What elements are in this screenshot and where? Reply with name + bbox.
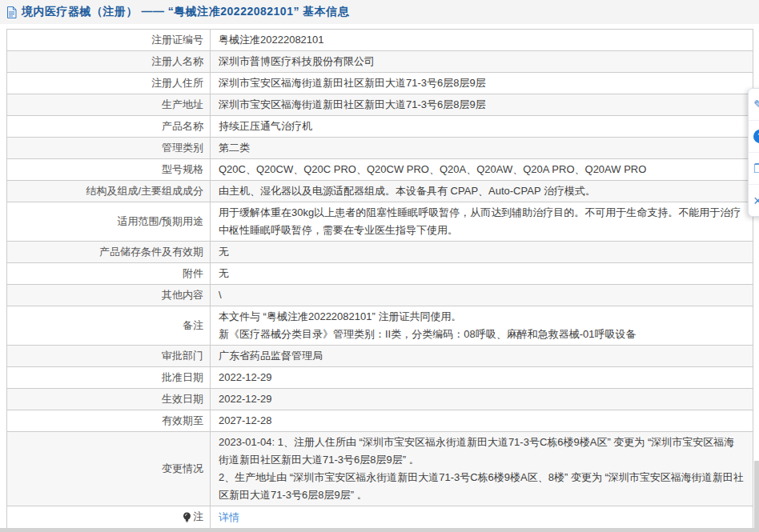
table-row: 生产地址深圳市宝安区福海街道新田社区新田大道71-3号6层8层9层 xyxy=(7,94,753,116)
row-value: 广东省药品监督管理局 xyxy=(211,346,753,367)
row-label: 注 xyxy=(193,509,203,525)
row-value: 用于缓解体重在30kg以上患者的阻塞性睡眠呼吸暂停，从而达到辅助治疗目的。不可用… xyxy=(211,202,753,242)
page-header: 境内医疗器械（注册） —— “粤械注准20222082101” 基本信息 xyxy=(0,0,759,24)
table-row: 适用范围/预期用途用于缓解体重在30kg以上患者的阻塞性睡眠呼吸暂停，从而达到辅… xyxy=(7,202,753,242)
help-icon: ? xyxy=(753,130,759,143)
row-label: 生效日期 xyxy=(7,389,211,410)
table-row: 审批部门广东省药品监督管理局 xyxy=(7,346,753,367)
row-value: 粤械注准20222082101 xyxy=(211,30,753,51)
window-edge-right xyxy=(754,461,759,532)
row-value: 2027-12-28 xyxy=(211,410,753,432)
row-label: 适用范围/预期用途 xyxy=(7,202,211,242)
table-row: 注册证编号粤械注准20222082101 xyxy=(7,30,753,51)
row-label: 其他内容 xyxy=(7,285,211,306)
row-value: \ xyxy=(211,285,753,306)
details-link[interactable]: 详情 xyxy=(219,511,239,523)
close-button[interactable]: × xyxy=(749,185,759,216)
page-title: 境内医疗器械（注册） —— “粤械注准20222082101” 基本信息 xyxy=(22,5,349,19)
row-value: 深圳市普博医疗科技股份有限公司 xyxy=(211,51,753,73)
table-row: 备注本文件与 “粤械注准20222082101” 注册证共同使用。 新《医疗器械… xyxy=(7,306,753,346)
row-label: 产品储存条件及有效期 xyxy=(7,242,211,263)
row-label: 审批部门 xyxy=(7,346,211,367)
row-label: 备注 xyxy=(7,306,211,346)
table-row: 管理类别第二类 xyxy=(7,138,753,159)
row-label: 批准日期 xyxy=(7,367,211,389)
table-row: 批准日期2022-12-29 xyxy=(7,367,753,389)
row-label: 注册人住所 xyxy=(7,73,211,94)
row-label: 变更情况 xyxy=(7,432,211,506)
close-icon: × xyxy=(753,194,759,208)
window-icon: ❐ xyxy=(753,162,759,174)
row-value: 第二类 xyxy=(211,138,753,159)
bulb-icon xyxy=(183,512,191,522)
table-row: 产品名称持续正压通气治疗机 xyxy=(7,116,753,138)
table-row: 其他内容\ xyxy=(7,285,753,306)
table-row: 型号规格Q20C、Q20CW、Q20C PRO、Q20CW PRO、Q20A、Q… xyxy=(7,159,753,181)
table-row: 注册人住所深圳市宝安区福海街道新田社区新田大道71-3号6层8层9层 xyxy=(7,73,753,94)
row-label: 产品名称 xyxy=(7,116,211,138)
edit-feedback-icon: ✎ xyxy=(753,98,759,110)
row-label: 生产地址 xyxy=(7,94,211,116)
row-label: 型号规格 xyxy=(7,159,211,181)
registration-info-table: 注册证编号粤械注准20222082101 注册人名称深圳市普博医疗科技股份有限公… xyxy=(6,29,753,530)
document-icon xyxy=(6,6,17,18)
row-value: Q20C、Q20CW、Q20C PRO、Q20CW PRO、Q20A、Q20AW… xyxy=(211,159,753,181)
row-value: 深圳市宝安区福海街道新田社区新田大道71-3号6层8层9层 xyxy=(211,94,753,116)
row-label: 有效期至 xyxy=(7,410,211,432)
table-row: 注册人名称深圳市普博医疗科技股份有限公司 xyxy=(7,51,753,73)
window-button[interactable]: ❐ xyxy=(749,153,759,185)
row-value: 持续正压通气治疗机 xyxy=(211,116,753,138)
row-label: 结构及组成/主要组成成分 xyxy=(7,181,211,202)
table-row: 有效期至2027-12-28 xyxy=(7,410,753,432)
floating-side-toolbar: ✎ ? ❐ × xyxy=(748,88,759,217)
table-row: 变更情况2023-01-04: 1、注册人住所由 “深圳市宝安区福永街道新田大道… xyxy=(7,432,753,506)
feedback-button[interactable]: ✎ xyxy=(749,89,759,121)
row-label: 注册证编号 xyxy=(7,30,211,51)
row-value: 无 xyxy=(211,263,753,285)
row-value: 2023-01-04: 1、注册人住所由 “深圳市宝安区福永街道新田大道71-3… xyxy=(211,432,753,506)
table-row: 附件无 xyxy=(7,263,753,285)
window-edge-bottom xyxy=(0,528,759,532)
row-value: 无 xyxy=(211,242,753,263)
row-label: 附件 xyxy=(7,263,211,285)
help-button[interactable]: ? xyxy=(749,121,759,153)
row-value: 由主机、湿化器以及电源适配器组成。本设备具有 CPAP、Auto-CPAP 治疗… xyxy=(211,181,753,202)
row-value: 深圳市宝安区福海街道新田社区新田大道71-3号6层8层9层 xyxy=(211,73,753,94)
row-value: 2022-12-29 xyxy=(211,389,753,410)
table-row: 结构及组成/主要组成成分由主机、湿化器以及电源适配器组成。本设备具有 CPAP、… xyxy=(7,181,753,202)
row-value: 2022-12-29 xyxy=(211,367,753,389)
table-row-note: 注 详情 xyxy=(7,506,753,530)
table-row: 产品储存条件及有效期无 xyxy=(7,242,753,263)
row-label: 注册人名称 xyxy=(7,51,211,73)
row-label: 管理类别 xyxy=(7,138,211,159)
row-value: 本文件与 “粤械注准20222082101” 注册证共同使用。 新《医疗器械分类… xyxy=(211,306,753,346)
table-row: 生效日期2022-12-29 xyxy=(7,389,753,410)
